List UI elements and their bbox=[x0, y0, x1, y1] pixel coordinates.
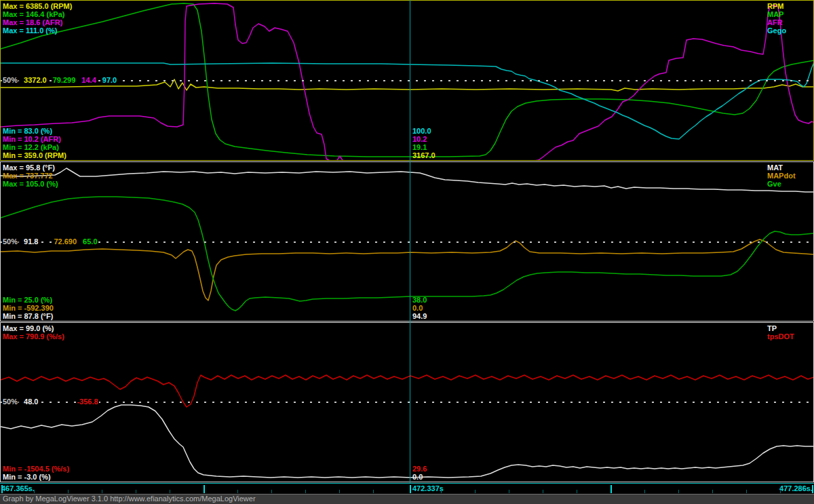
fifty-value-tpsdot: -356.8 bbox=[76, 398, 98, 406]
time-axis-minor-tick bbox=[678, 490, 679, 493]
max-label-mat: Max = 95.8 (°F) bbox=[3, 163, 58, 172]
min-label-mapdot: Min = -592.390 bbox=[3, 304, 54, 312]
max-label-tp: Max = 99.0 (%) bbox=[3, 324, 64, 332]
max-labels-panel-2: Max = 95.8 (°F) Max = 737.772 Max = 105.… bbox=[3, 163, 58, 188]
fifty-value-tp: 48.0 bbox=[23, 398, 39, 406]
cursor-value-rpm: 3167.0 bbox=[412, 151, 435, 159]
megalogviewer-graph-window: 50% 3372.0 79.299 14.4 97.0 Max = 6385.0… bbox=[0, 0, 814, 504]
max-label-rpm: Max = 6385.0 (RPM) bbox=[3, 2, 72, 10]
time-axis-major-tick bbox=[410, 485, 411, 493]
fifty-percent-caption: 50% bbox=[2, 398, 18, 406]
fifty-percent-line-panel-2 bbox=[1, 241, 813, 243]
min-label-rpm: Min = 359.0 (RPM) bbox=[3, 151, 66, 159]
min-labels-panel-2: Min = 25.0 (%) Min = -592.390 Min = 87.8… bbox=[3, 296, 54, 320]
panel-tp-tpsdot[interactable]: 50% 48.0 -356.8 Max = 99.0 (%) Max = 790… bbox=[0, 322, 814, 482]
min-label-tpsdot: Min = -1504.5 (%/s) bbox=[3, 465, 69, 473]
cursor-value-afr: 10.2 bbox=[412, 135, 435, 143]
fifty-percent-labels-panel-2: 50% 91.8 72.690 65.0 bbox=[2, 237, 98, 246]
time-axis-minor-tick bbox=[136, 490, 136, 493]
min-labels-panel-3: Min = -1504.5 (%/s) Min = -3.0 (%) bbox=[3, 465, 69, 481]
fifty-percent-labels-panel-3: 50% 48.0 -356.8 bbox=[2, 398, 99, 406]
time-axis-minor-tick bbox=[339, 490, 340, 493]
max-label-gve: Max = 105.0 (%) bbox=[3, 180, 58, 188]
legend-item-mat: MAT bbox=[767, 163, 796, 172]
cursor-value-tp: 0.0 bbox=[412, 473, 427, 481]
time-axis: 467.365s. 472.337s 477.286s. bbox=[0, 483, 814, 494]
max-label-afr: Max = 18.6 (AFR) bbox=[3, 18, 72, 26]
time-axis-minor-tick bbox=[644, 490, 645, 493]
max-labels-panel-3: Max = 99.0 (%) Max = 790.9 (%/s) bbox=[3, 324, 64, 341]
min-label-gve: Min = 25.0 (%) bbox=[3, 296, 54, 304]
legend-item-gve: Gve bbox=[767, 180, 796, 188]
min-label-afr: Min = 10.2 (AFR) bbox=[3, 135, 66, 143]
cursor-value-tpsdot: 29.6 bbox=[412, 465, 427, 473]
cursor-value-map: 19.1 bbox=[412, 143, 435, 151]
time-axis-minor-tick bbox=[475, 490, 476, 493]
status-bar-text: Graph by MegaLogViewer 3.1.0 http://www.… bbox=[0, 495, 814, 503]
legend-item-gego: Gego bbox=[767, 26, 786, 35]
fifty-value-mapdot: 72.690 bbox=[53, 237, 77, 246]
fifty-value-map: 79.299 bbox=[52, 76, 77, 84]
min-labels-panel-1: Min = 83.0 (%) Min = 10.2 (AFR) Min = 12… bbox=[3, 127, 66, 159]
cursor-value-gve: 38.0 bbox=[412, 296, 427, 304]
status-bar: Graph by MegaLogViewer 3.1.0 http://www.… bbox=[0, 494, 814, 504]
panel-mat-mapdot-gve[interactable]: 50% 91.8 72.690 65.0 Max = 95.8 (°F) Max… bbox=[0, 161, 814, 322]
time-axis-minor-tick bbox=[373, 490, 374, 493]
time-axis-minor-tick bbox=[712, 490, 713, 493]
legend-item-afr: AFR bbox=[767, 18, 786, 26]
fifty-value-mat: 91.8 bbox=[23, 237, 39, 246]
time-axis-minor-tick bbox=[34, 490, 35, 493]
cursor-values-panel-1: 100.0 10.2 19.1 3167.0 bbox=[412, 127, 435, 159]
time-axis-minor-tick bbox=[543, 490, 543, 493]
legend-panel-1: RPM MAP AFR Gego bbox=[767, 2, 786, 35]
legend-item-rpm: RPM bbox=[767, 2, 786, 10]
legend-item-tp: TP bbox=[767, 324, 794, 332]
fifty-value-rpm: 3372.0 bbox=[23, 76, 47, 84]
legend-item-tpsdot: tpsDOT bbox=[767, 332, 794, 341]
time-axis-major-tick bbox=[1, 485, 3, 493]
fifty-percent-caption: 50% bbox=[2, 76, 18, 84]
time-axis-major-tick bbox=[610, 485, 612, 493]
time-axis-minor-tick bbox=[271, 490, 272, 493]
time-axis-minor-tick bbox=[170, 490, 170, 493]
time-axis-minor-tick bbox=[509, 490, 509, 493]
min-label-tp: Min = -3.0 (%) bbox=[3, 473, 69, 481]
time-cursor-line[interactable] bbox=[410, 0, 410, 483]
panel-rpm-map-afr-gego[interactable]: 50% 3372.0 79.299 14.4 97.0 Max = 6385.0… bbox=[0, 0, 814, 161]
fifty-percent-caption: 50% bbox=[2, 237, 18, 246]
fifty-percent-line-panel-1 bbox=[1, 80, 813, 81]
max-label-gego: Max = 111.0 (%) bbox=[3, 26, 72, 35]
time-axis-minor-tick bbox=[780, 490, 781, 493]
fifty-value-gego: 97.0 bbox=[102, 76, 117, 84]
time-axis-minor-tick bbox=[305, 490, 306, 493]
time-axis-major-tick bbox=[204, 485, 205, 493]
fifty-value-afr: 14.4 bbox=[81, 76, 96, 84]
time-axis-minor-tick bbox=[746, 490, 747, 493]
time-label-cursor: 472.337s bbox=[412, 484, 444, 492]
cursor-values-panel-3: 29.6 0.0 bbox=[412, 465, 427, 481]
legend-panel-2: MAT MAPdot Gve bbox=[767, 163, 796, 188]
time-label-start: 467.365s. bbox=[1, 484, 35, 492]
time-axis-minor-tick bbox=[441, 490, 442, 493]
time-axis-minor-tick bbox=[68, 490, 69, 493]
cursor-values-panel-2: 38.0 0.0 94.9 bbox=[412, 296, 427, 320]
fifty-value-gve: 65.0 bbox=[82, 237, 98, 246]
legend-item-map: MAP bbox=[767, 10, 786, 18]
fifty-percent-line-panel-3 bbox=[1, 402, 813, 403]
max-labels-panel-1: Max = 6385.0 (RPM) Max = 146.4 (kPa) Max… bbox=[3, 2, 72, 35]
legend-item-mapdot: MAPdot bbox=[767, 172, 796, 180]
time-axis-minor-tick bbox=[237, 490, 238, 493]
min-label-gego: Min = 83.0 (%) bbox=[3, 127, 66, 135]
cursor-value-mapdot: 0.0 bbox=[412, 304, 427, 312]
legend-panel-3: TP tpsDOT bbox=[767, 324, 794, 341]
time-axis-minor-tick bbox=[102, 490, 102, 493]
min-label-mat: Min = 87.8 (°F) bbox=[3, 312, 54, 320]
max-label-tpsdot: Max = 790.9 (%/s) bbox=[3, 332, 64, 341]
max-label-map: Max = 146.4 (kPa) bbox=[3, 10, 72, 18]
time-axis-minor-tick bbox=[577, 490, 577, 493]
fifty-percent-labels-panel-1: 50% 3372.0 79.299 14.4 97.0 bbox=[2, 76, 117, 84]
max-label-mapdot: Max = 737.772 bbox=[3, 172, 58, 180]
min-label-map: Min = 12.2 (kPa) bbox=[3, 143, 66, 151]
cursor-value-mat: 94.9 bbox=[412, 312, 427, 320]
cursor-value-gego: 100.0 bbox=[412, 127, 435, 135]
